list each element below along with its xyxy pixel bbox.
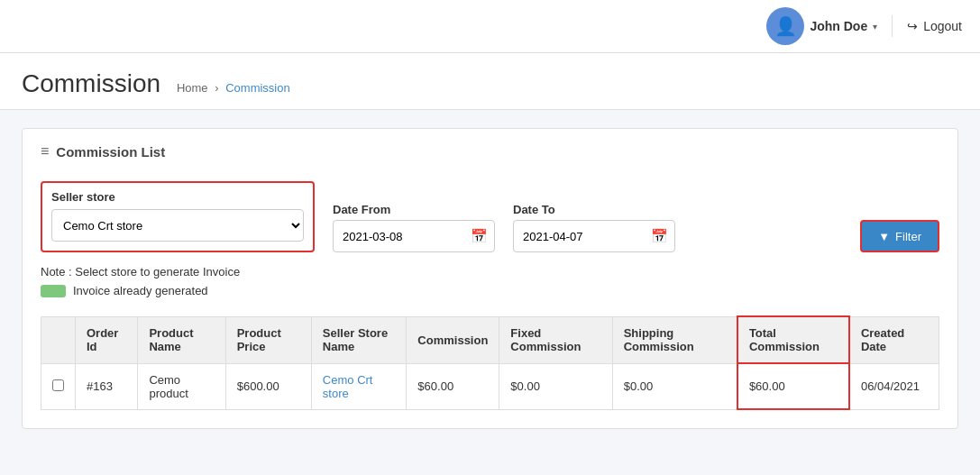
filter-icon: ▼ bbox=[878, 230, 890, 243]
col-header-fixed-commission: Fixed Commission bbox=[499, 316, 612, 363]
row-fixed-commission: $0.00 bbox=[499, 363, 612, 409]
date-to-input-wrap: 📅 bbox=[513, 220, 675, 252]
breadcrumb: Home › Commission bbox=[177, 81, 290, 95]
username: John Doe bbox=[810, 19, 867, 33]
date-to-label: Date To bbox=[513, 203, 675, 216]
logout-icon: ↪ bbox=[907, 19, 918, 33]
row-commission: $60.00 bbox=[407, 363, 499, 409]
row-order-id: #163 bbox=[76, 363, 138, 409]
seller-store-select[interactable]: Cemo Crt store bbox=[51, 209, 304, 242]
row-shipping-commission: $0.00 bbox=[612, 363, 737, 409]
seller-store-group: Seller store Cemo Crt store bbox=[41, 181, 315, 252]
user-profile[interactable]: 👤 John Doe ▾ bbox=[766, 7, 877, 45]
row-total-commission: $60.00 bbox=[737, 363, 849, 409]
commission-table-wrap: Order Id Product Name Product Price Sell… bbox=[41, 315, 939, 410]
col-header-checkbox bbox=[41, 316, 76, 363]
invoice-badge bbox=[41, 285, 66, 297]
avatar: 👤 bbox=[766, 7, 804, 45]
table-row: #163 Cemo product $600.00 Cemo Crt store… bbox=[41, 363, 939, 409]
seller-store-label: Seller store bbox=[51, 190, 304, 204]
col-header-shipping-commission: Shipping Commission bbox=[612, 316, 737, 363]
date-from-label: Date From bbox=[333, 203, 495, 216]
row-seller-store-name[interactable]: Cemo Crt store bbox=[311, 363, 406, 409]
breadcrumb-current[interactable]: Commission bbox=[225, 81, 290, 95]
row-checkbox[interactable] bbox=[52, 379, 64, 391]
date-from-calendar-icon[interactable]: 📅 bbox=[471, 228, 488, 244]
logout-button[interactable]: ↪ Logout bbox=[907, 19, 962, 33]
table-header-row: Order Id Product Name Product Price Sell… bbox=[41, 316, 939, 363]
page-title: Commission bbox=[22, 69, 160, 97]
date-to-calendar-icon[interactable]: 📅 bbox=[651, 228, 668, 244]
filter-row: Seller store Cemo Crt store Date From 📅 … bbox=[41, 172, 939, 265]
col-header-total-commission: Total Commission bbox=[737, 316, 849, 363]
breadcrumb-separator: › bbox=[215, 81, 218, 95]
nav-divider bbox=[892, 15, 893, 37]
main-content: ≡ Commission List Seller store Cemo Crt … bbox=[0, 110, 980, 447]
date-from-group: Date From 📅 bbox=[333, 203, 495, 252]
date-from-input-wrap: 📅 bbox=[333, 220, 495, 252]
commission-table: Order Id Product Name Product Price Sell… bbox=[41, 315, 939, 410]
dropdown-caret-icon: ▾ bbox=[873, 22, 877, 32]
col-header-created-date: Created Date bbox=[849, 316, 939, 363]
row-created-date: 06/04/2021 bbox=[849, 363, 939, 409]
col-header-product-price: Product Price bbox=[225, 316, 311, 363]
commission-card: ≡ Commission List Seller store Cemo Crt … bbox=[22, 128, 958, 429]
col-header-seller-store-name: Seller Store Name bbox=[311, 316, 406, 363]
filter-button[interactable]: ▼ Filter bbox=[860, 220, 939, 252]
col-header-order-id: Order Id bbox=[76, 316, 138, 363]
note-row: Note : Select store to generate Invoice bbox=[41, 265, 939, 284]
invoice-label: Invoice already generated bbox=[73, 284, 208, 297]
row-product-name: Cemo product bbox=[138, 363, 225, 409]
row-product-price: $600.00 bbox=[225, 363, 311, 409]
top-navigation: 👤 John Doe ▾ ↪ Logout bbox=[0, 0, 980, 53]
col-header-product-name: Product Name bbox=[138, 316, 225, 363]
list-icon: ≡ bbox=[41, 143, 49, 160]
page-header: Commission Home › Commission bbox=[0, 53, 980, 110]
card-title: ≡ Commission List bbox=[41, 143, 939, 172]
invoice-legend-row: Invoice already generated bbox=[41, 284, 939, 303]
row-checkbox-cell bbox=[41, 363, 76, 409]
date-to-group: Date To 📅 bbox=[513, 203, 675, 252]
card-title-text: Commission List bbox=[56, 144, 165, 160]
note-text: Note : Select store to generate Invoice bbox=[41, 265, 240, 279]
breadcrumb-home[interactable]: Home bbox=[177, 81, 208, 95]
col-header-commission: Commission bbox=[407, 316, 499, 363]
